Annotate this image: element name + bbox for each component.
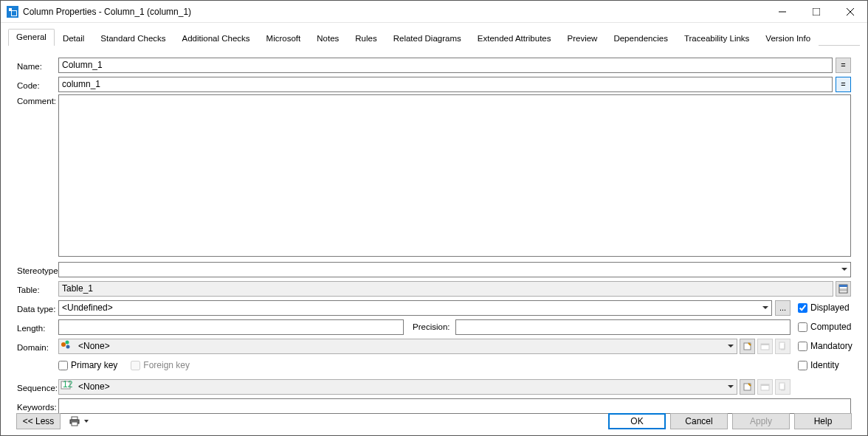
svg-text:123: 123 (63, 380, 72, 390)
tab-additional-checks[interactable]: Additional Checks (174, 30, 258, 46)
ok-button[interactable]: OK (608, 413, 666, 429)
precision-label: Precision: (413, 322, 450, 331)
tab-preview[interactable]: Preview (559, 30, 606, 46)
svg-rect-1 (813, 8, 820, 15)
svg-rect-14 (779, 342, 785, 349)
tab-bar: General Detail Standard Checks Additiona… (1, 23, 867, 46)
tab-version-info[interactable]: Version Info (757, 30, 819, 46)
datatype-label: Data type: (17, 302, 58, 314)
minimize-button[interactable] (765, 1, 799, 23)
less-button[interactable]: << Less (16, 413, 61, 429)
length-label: Length: (17, 322, 58, 333)
sequence-select-button[interactable] (757, 379, 773, 395)
svg-rect-21 (72, 417, 78, 420)
tab-extended-attributes[interactable]: Extended Attributes (469, 30, 559, 46)
mandatory-checkbox[interactable]: Mandatory (798, 341, 851, 351)
domain-icon (61, 339, 72, 350)
tab-microsoft[interactable]: Microsoft (258, 30, 309, 46)
domain-select-button[interactable] (757, 339, 773, 354)
domain-create-button[interactable] (740, 339, 755, 354)
tab-traceability-links[interactable]: Traceability Links (676, 30, 757, 46)
datatype-combo[interactable]: <Undefined> (58, 300, 772, 316)
comment-label: Comment: (17, 94, 58, 105)
tab-detail[interactable]: Detail (55, 30, 92, 46)
stereotype-label: Stereotype: (17, 264, 58, 275)
table-properties-button[interactable] (836, 281, 851, 297)
precision-input[interactable] (455, 319, 790, 335)
tab-rules[interactable]: Rules (347, 30, 385, 46)
svg-rect-19 (761, 384, 769, 386)
table-label: Table: (17, 283, 58, 294)
table-input[interactable] (58, 281, 833, 297)
print-menu-button[interactable] (68, 413, 90, 429)
close-button[interactable] (833, 1, 867, 23)
code-input[interactable] (58, 77, 833, 92)
dialog-button-bar: << Less OK Cancel Apply Help (0, 406, 868, 436)
sequence-create-button[interactable] (740, 379, 755, 395)
chevron-down-icon (759, 301, 771, 315)
name-sync-button[interactable]: = (836, 58, 851, 73)
svg-rect-5 (839, 285, 847, 287)
stereotype-combo[interactable] (58, 262, 851, 277)
sequence-properties-button[interactable] (775, 379, 790, 395)
apply-button[interactable]: Apply (732, 413, 790, 429)
name-input[interactable] (58, 58, 833, 73)
svg-point-9 (66, 340, 69, 344)
sequence-combo[interactable]: 123 <None> (58, 379, 737, 395)
domain-combo[interactable]: <None> (58, 339, 737, 354)
sequence-icon: 123 (61, 380, 72, 390)
length-input[interactable] (58, 319, 404, 335)
general-form: Name: = Code: = Comment: Stereotype: Tab… (1, 46, 867, 418)
primary-key-checkbox[interactable]: Primary key (58, 360, 117, 370)
cancel-button[interactable]: Cancel (670, 413, 728, 429)
svg-point-8 (61, 342, 66, 347)
svg-rect-13 (761, 344, 769, 345)
foreign-key-checkbox: Foreign key (131, 360, 190, 370)
name-label: Name: (17, 60, 58, 71)
svg-point-10 (66, 345, 70, 348)
svg-rect-23 (72, 422, 78, 426)
title-bar: Column Properties - Column_1 (column_1) (1, 1, 867, 23)
tab-notes[interactable]: Notes (309, 30, 347, 46)
help-button[interactable]: Help (794, 413, 852, 429)
chevron-down-icon (724, 339, 737, 353)
domain-label: Domain: (17, 341, 58, 352)
comment-textarea[interactable] (58, 94, 851, 257)
computed-checkbox[interactable]: Computed (798, 322, 851, 332)
chevron-down-icon (838, 263, 850, 277)
code-sync-button[interactable]: = (836, 77, 851, 92)
tab-standard-checks[interactable]: Standard Checks (92, 30, 173, 46)
tab-general[interactable]: General (8, 29, 55, 46)
displayed-checkbox[interactable]: Displayed (798, 302, 851, 313)
sequence-label: Sequence: (17, 381, 58, 392)
tab-related-diagrams[interactable]: Related Diagrams (385, 30, 469, 46)
identity-checkbox[interactable]: Identity (798, 360, 851, 370)
datatype-browse-button[interactable]: ... (775, 300, 790, 316)
tab-dependencies[interactable]: Dependencies (605, 30, 676, 46)
window-title: Column Properties - Column_1 (column_1) (23, 7, 765, 17)
svg-rect-20 (779, 383, 785, 390)
chevron-down-icon (724, 380, 737, 394)
app-icon (7, 6, 18, 18)
code-label: Code: (17, 79, 58, 90)
chevron-down-icon (84, 420, 89, 423)
domain-properties-button[interactable] (775, 339, 790, 354)
maximize-button[interactable] (799, 1, 833, 23)
